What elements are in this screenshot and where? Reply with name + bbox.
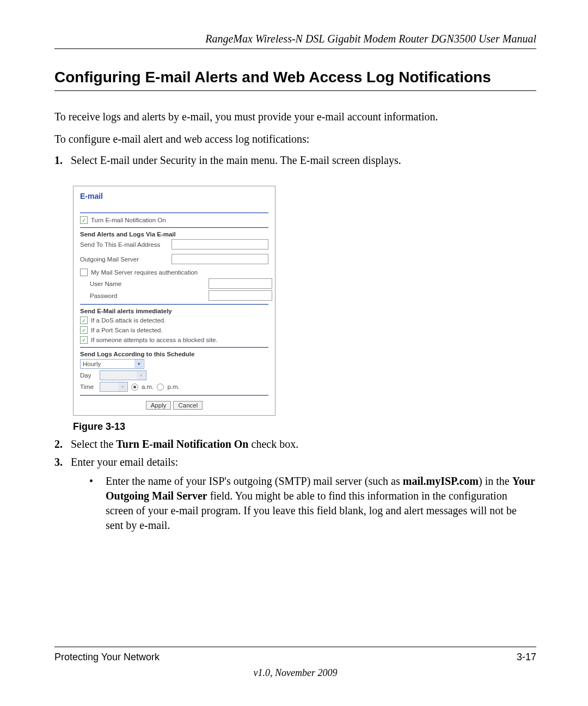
footer-left: Protecting Your Network <box>54 652 160 663</box>
portscan-checkbox[interactable]: ✓ <box>80 326 88 334</box>
divider <box>80 304 268 305</box>
schedule-value: Hourly <box>83 361 101 367</box>
chevron-down-icon: ▾ <box>118 382 127 391</box>
bullet-1-text: Enter the name of your ISP's outgoing (S… <box>106 474 536 533</box>
step-2-number: 2. <box>54 438 71 451</box>
figure-caption: Figure 3-13 <box>73 421 536 433</box>
chevron-down-icon: ▾ <box>134 360 143 368</box>
email-address-input[interactable] <box>171 239 268 249</box>
divider <box>80 212 268 213</box>
pm-label: p.m. <box>167 384 179 390</box>
outgoing-server-input[interactable] <box>171 254 268 264</box>
turn-on-checkbox[interactable]: ✓ <box>80 216 88 224</box>
portscan-label: If a Port Scan is detected. <box>91 327 163 333</box>
step-1: 1. Select E-mail under Security in the m… <box>54 154 536 167</box>
auth-checkbox[interactable]: ✓ <box>80 269 88 276</box>
day-label: Day <box>80 372 96 379</box>
time-label: Time <box>80 384 96 390</box>
step-2-text: Select the Turn E-mail Notification On c… <box>71 438 536 451</box>
blocked-checkbox[interactable]: ✓ <box>80 336 88 344</box>
divider <box>80 347 268 348</box>
username-input[interactable] <box>209 278 272 289</box>
chevron-down-icon: ▾ <box>137 371 145 380</box>
page-title: Configuring E-mail Alerts and Web Access… <box>54 69 536 91</box>
turn-on-label: Turn E-mail Notification On <box>91 217 166 223</box>
divider <box>80 395 268 395</box>
step-3-text: Enter your email details: <box>71 456 536 468</box>
dos-checkbox[interactable]: ✓ <box>80 317 88 324</box>
username-label: User Name <box>80 281 209 287</box>
page-footer: Protecting Your Network 3-17 v1.0, Novem… <box>54 647 536 679</box>
figure-3-13: E-mail ✓ Turn E-mail Notification On Sen… <box>73 186 536 416</box>
intro-paragraph-1: To receive logs and alerts by e-mail, yo… <box>54 109 536 124</box>
apply-button[interactable]: Apply <box>146 401 171 410</box>
am-label: a.m. <box>142 384 154 390</box>
step-3-number: 3. <box>54 456 71 468</box>
router-email-panel: E-mail ✓ Turn E-mail Notification On Sen… <box>73 186 275 416</box>
cancel-button[interactable]: Cancel <box>173 401 203 410</box>
panel-title: E-mail <box>80 192 268 200</box>
step-2: 2. Select the Turn E-mail Notification O… <box>54 438 536 451</box>
step-1-text: Select E-mail under Security in the main… <box>71 154 536 167</box>
bullet-1: • Enter the name of your ISP's outgoing … <box>89 474 536 533</box>
turn-on-row: ✓ Turn E-mail Notification On <box>80 216 268 224</box>
footer-version: v1.0, November 2009 <box>54 667 536 679</box>
password-input[interactable] <box>209 290 272 301</box>
intro-paragraph-2: To configure e-mail alert and web access… <box>54 132 536 147</box>
section-send-alerts: Send Alerts and Logs Via E-mail <box>80 231 268 238</box>
outgoing-server-label: Outgoing Mail Server <box>80 256 171 263</box>
section-schedule: Send Logs According to this Schedule <box>80 351 268 357</box>
blocked-label: If someone attempts to access a blocked … <box>91 337 218 343</box>
running-head: RangeMax Wireless-N DSL Gigabit Modem Ro… <box>54 33 536 49</box>
divider <box>80 227 268 228</box>
dos-label: If a DoS attack is detected. <box>91 317 166 324</box>
section-immediate: Send E-Mail alerts immediately <box>80 308 268 314</box>
auth-label: My Mail Server requires authentication <box>91 269 198 276</box>
step-1-number: 1. <box>54 154 71 167</box>
pm-radio[interactable] <box>157 384 164 391</box>
am-radio[interactable] <box>131 384 138 391</box>
email-address-label: Send To This E-mail Address <box>80 241 171 248</box>
password-label: Password <box>80 293 209 299</box>
footer-right: 3-17 <box>517 652 536 663</box>
schedule-select[interactable]: Hourly ▾ <box>80 359 144 369</box>
bullet-marker: • <box>89 474 106 533</box>
time-select[interactable]: ▾ <box>100 382 128 392</box>
day-select[interactable]: ▾ <box>100 370 146 380</box>
step-3: 3. Enter your email details: <box>54 456 536 468</box>
